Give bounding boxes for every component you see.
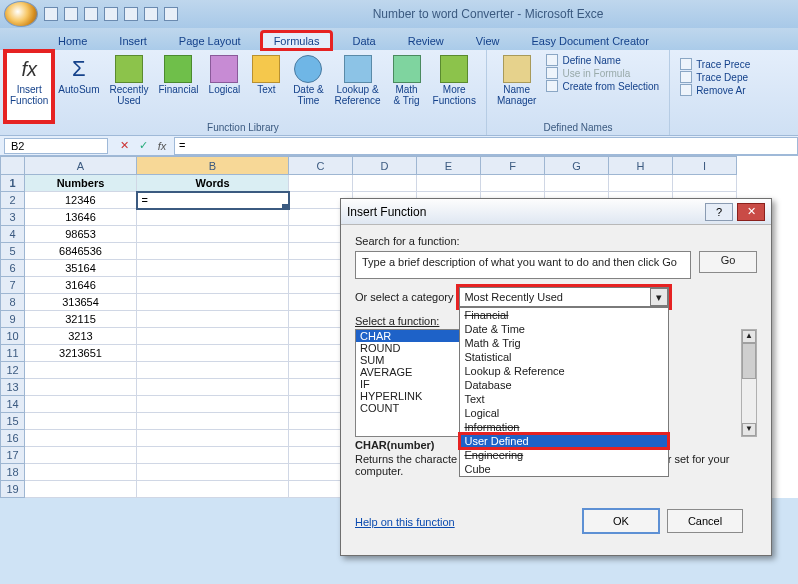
category-option[interactable]: Text bbox=[460, 392, 668, 406]
cell[interactable]: Numbers bbox=[25, 175, 137, 192]
name-box[interactable]: B2 bbox=[4, 138, 108, 154]
row-header[interactable]: 1 bbox=[1, 175, 25, 192]
undo-icon[interactable] bbox=[64, 7, 78, 21]
col-header-h[interactable]: H bbox=[609, 157, 673, 175]
col-header-e[interactable]: E bbox=[417, 157, 481, 175]
close-button[interactable]: ✕ bbox=[737, 203, 765, 221]
help-on-function-link[interactable]: Help on this function bbox=[355, 516, 455, 528]
row-header[interactable]: 19 bbox=[1, 481, 25, 498]
cancel-button[interactable]: Cancel bbox=[667, 509, 743, 533]
new-icon[interactable] bbox=[144, 7, 158, 21]
autosum-button[interactable]: Σ AutoSum bbox=[54, 52, 103, 121]
col-header-g[interactable]: G bbox=[545, 157, 609, 175]
row-header[interactable]: 14 bbox=[1, 396, 25, 413]
row-header[interactable]: 15 bbox=[1, 413, 25, 430]
col-header-b[interactable]: B bbox=[137, 157, 289, 175]
trace-precedents-button[interactable]: Trace Prece bbox=[680, 58, 750, 70]
category-option-user-defined[interactable]: User Defined bbox=[460, 434, 668, 448]
col-header-i[interactable]: I bbox=[673, 157, 737, 175]
scroll-down-icon[interactable]: ▼ bbox=[742, 423, 756, 436]
trace-dependents-button[interactable]: Trace Depe bbox=[680, 71, 750, 83]
col-header-c[interactable]: C bbox=[289, 157, 353, 175]
define-name-button[interactable]: Define Name bbox=[546, 54, 659, 66]
tab-view[interactable]: View bbox=[464, 32, 512, 50]
use-in-formula-button[interactable]: Use in Formula bbox=[546, 67, 659, 79]
office-button[interactable] bbox=[4, 1, 38, 27]
row-header[interactable]: 16 bbox=[1, 430, 25, 447]
category-option[interactable]: Database bbox=[460, 378, 668, 392]
row-header[interactable]: 10 bbox=[1, 328, 25, 345]
function-list-scrollbar[interactable]: ▲ ▼ bbox=[741, 329, 757, 437]
function-item[interactable]: CHAR bbox=[356, 330, 468, 342]
cell[interactable]: 12346 bbox=[25, 192, 137, 209]
cell-b2-active[interactable]: = bbox=[137, 192, 289, 209]
row-header[interactable]: 12 bbox=[1, 362, 25, 379]
preview-icon[interactable] bbox=[124, 7, 138, 21]
function-item[interactable]: HYPERLINK bbox=[356, 390, 468, 402]
cancel-formula-icon[interactable]: ✕ bbox=[116, 138, 132, 154]
row-header[interactable]: 18 bbox=[1, 464, 25, 481]
function-item[interactable]: AVERAGE bbox=[356, 366, 468, 378]
cell[interactable]: 3213651 bbox=[25, 345, 137, 362]
logical-button[interactable]: Logical bbox=[204, 52, 244, 121]
more-functions-button[interactable]: More Functions bbox=[429, 52, 480, 121]
dialog-titlebar[interactable]: Insert Function ? ✕ bbox=[341, 199, 771, 225]
tab-insert[interactable]: Insert bbox=[107, 32, 159, 50]
cell[interactable]: 31646 bbox=[25, 277, 137, 294]
cell[interactable]: Words bbox=[137, 175, 289, 192]
go-button[interactable]: Go bbox=[699, 251, 757, 273]
function-item[interactable]: SUM bbox=[356, 354, 468, 366]
row-header[interactable]: 4 bbox=[1, 226, 25, 243]
print-icon[interactable] bbox=[104, 7, 118, 21]
category-select[interactable]: Most Recently Used ▾ Financial Date & Ti… bbox=[459, 287, 669, 307]
col-header-d[interactable]: D bbox=[353, 157, 417, 175]
category-option[interactable]: Lookup & Reference bbox=[460, 364, 668, 378]
formula-input[interactable]: = bbox=[174, 137, 798, 155]
function-item[interactable]: ROUND bbox=[356, 342, 468, 354]
col-header-f[interactable]: F bbox=[481, 157, 545, 175]
financial-button[interactable]: Financial bbox=[154, 52, 202, 121]
fx-bar-icon[interactable]: fx bbox=[154, 138, 170, 154]
row-header[interactable]: 3 bbox=[1, 209, 25, 226]
accept-formula-icon[interactable]: ✓ bbox=[135, 138, 151, 154]
tab-formulas[interactable]: Formulas bbox=[261, 31, 333, 50]
open-icon[interactable] bbox=[164, 7, 178, 21]
category-option[interactable]: Statistical bbox=[460, 350, 668, 364]
cell[interactable]: 6846536 bbox=[25, 243, 137, 260]
scroll-thumb[interactable] bbox=[742, 343, 756, 379]
lookup-button[interactable]: Lookup & Reference bbox=[330, 52, 384, 121]
function-item[interactable]: IF bbox=[356, 378, 468, 390]
cell[interactable]: 3213 bbox=[25, 328, 137, 345]
create-from-selection-button[interactable]: Create from Selection bbox=[546, 80, 659, 92]
category-option[interactable]: Information bbox=[460, 420, 668, 434]
category-option[interactable]: Math & Trig bbox=[460, 336, 668, 350]
tab-review[interactable]: Review bbox=[396, 32, 456, 50]
row-header[interactable]: 17 bbox=[1, 447, 25, 464]
ok-button[interactable]: OK bbox=[583, 509, 659, 533]
row-header[interactable]: 13 bbox=[1, 379, 25, 396]
tab-page-layout[interactable]: Page Layout bbox=[167, 32, 253, 50]
cell[interactable]: 98653 bbox=[25, 226, 137, 243]
search-function-input[interactable]: Type a brief description of what you wan… bbox=[355, 251, 691, 279]
select-all-corner[interactable] bbox=[1, 157, 25, 175]
name-manager-button[interactable]: Name Manager bbox=[493, 52, 540, 121]
col-header-a[interactable]: A bbox=[25, 157, 137, 175]
tab-easy-document-creator[interactable]: Easy Document Creator bbox=[519, 32, 660, 50]
save-icon[interactable] bbox=[44, 7, 58, 21]
function-item[interactable]: COUNT bbox=[356, 402, 468, 414]
chevron-down-icon[interactable]: ▾ bbox=[650, 288, 668, 306]
row-header[interactable]: 8 bbox=[1, 294, 25, 311]
text-button[interactable]: Text bbox=[246, 52, 286, 121]
row-header[interactable]: 11 bbox=[1, 345, 25, 362]
tab-data[interactable]: Data bbox=[340, 32, 387, 50]
cell[interactable]: 313654 bbox=[25, 294, 137, 311]
remove-arrows-button[interactable]: Remove Ar bbox=[680, 84, 750, 96]
help-button[interactable]: ? bbox=[705, 203, 733, 221]
category-option[interactable]: Date & Time bbox=[460, 322, 668, 336]
redo-icon[interactable] bbox=[84, 7, 98, 21]
row-header[interactable]: 9 bbox=[1, 311, 25, 328]
cell[interactable]: 32115 bbox=[25, 311, 137, 328]
row-header[interactable]: 2 bbox=[1, 192, 25, 209]
insert-function-button[interactable]: fx Insert Function bbox=[6, 52, 52, 121]
row-header[interactable]: 6 bbox=[1, 260, 25, 277]
